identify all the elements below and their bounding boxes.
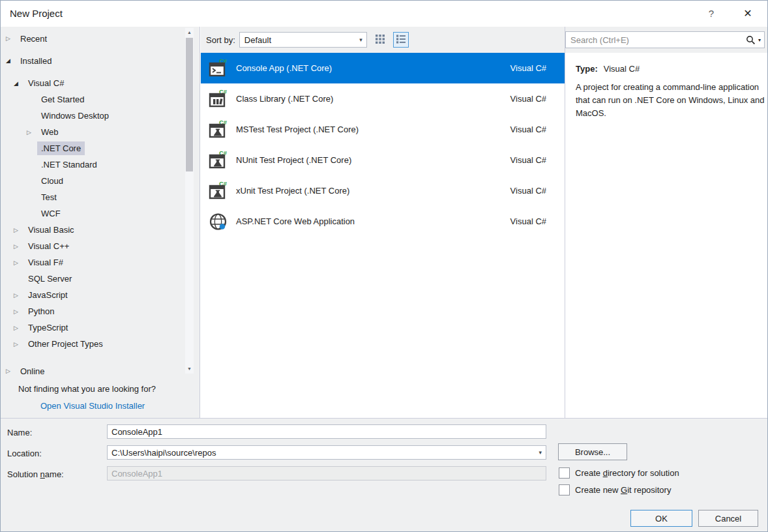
category-sidebar: ▷Recent◢Installed◢Visual C#Get StartedWi… (1, 27, 200, 418)
scrollbar-thumb[interactable] (186, 38, 193, 171)
template-class-library-net-core[interactable]: C#Class Library (.NET Core)Visual C# (201, 83, 565, 114)
tree-item-label: .NET Core (37, 141, 85, 155)
tree-item-python[interactable]: ▷Python (1, 303, 184, 319)
scroll-up-icon[interactable]: ▲ (185, 28, 194, 37)
sort-by-label: Sort by: (206, 35, 235, 45)
template-name: MSTest Test Project (.NET Core) (236, 125, 510, 134)
tree-item-label: Visual Basic (24, 223, 78, 237)
tree-item-label: Visual C++ (24, 239, 73, 253)
tree-item-label: .NET Standard (37, 158, 101, 171)
tree-item-installed[interactable]: ◢Installed (1, 52, 184, 70)
template-console-app-net-core[interactable]: C#Console App (.NET Core)Visual C# (201, 53, 565, 83)
tree-item-recent[interactable]: ▷Recent (1, 29, 184, 48)
create-directory-checkbox-row[interactable]: Create directory for solution (559, 467, 679, 479)
template-mstest-test-project-net-core[interactable]: C#MSTest Test Project (.NET Core)Visual … (201, 114, 565, 145)
small-icons-view-icon (376, 35, 385, 46)
sidebar-hint-text: Not finding what you are looking for? (18, 383, 156, 396)
tree-item-visual-csharp[interactable]: ◢Visual C# (1, 75, 184, 91)
template-name: NUnit Test Project (.NET Core) (236, 155, 510, 165)
tree-item-windows-desktop[interactable]: Windows Desktop (1, 108, 184, 124)
tree-item-net-core[interactable]: .NET Core (1, 140, 184, 156)
label-text: irectory for solution (608, 468, 679, 478)
tree-expand-icon[interactable]: ▷ (14, 259, 24, 266)
tree-collapse-icon[interactable]: ◢ (14, 80, 24, 87)
tree-expand-icon[interactable]: ▷ (6, 35, 16, 42)
scroll-down-icon[interactable]: ▼ (185, 364, 194, 374)
web-application-icon (207, 211, 229, 233)
search-options-chevron-icon[interactable]: ▾ (757, 37, 764, 43)
cancel-button[interactable]: Cancel (698, 510, 758, 527)
tree-expand-icon[interactable]: ▷ (14, 292, 24, 299)
solution-name-input (107, 466, 546, 480)
tree-expand-icon[interactable]: ▷ (14, 341, 24, 347)
tree-item-cloud[interactable]: Cloud (1, 173, 184, 189)
tree-item-typescript[interactable]: ▷TypeScript (1, 319, 184, 336)
tree-item-online[interactable]: ▷Online (1, 362, 184, 380)
name-label: Name: (7, 427, 32, 439)
template-list: C#Console App (.NET Core)Visual C#C#Clas… (201, 53, 565, 237)
template-name: Class Library (.NET Core) (236, 94, 510, 104)
small-icons-view-button[interactable] (372, 32, 388, 48)
type-value: Visual C# (604, 64, 640, 74)
create-git-repo-checkbox[interactable] (559, 484, 570, 495)
tree-expand-icon[interactable]: ▷ (27, 129, 37, 136)
tree-item-label: Web (37, 125, 63, 139)
tree-item-visual-fsharp[interactable]: ▷Visual F# (1, 254, 184, 271)
tree-item-visual-cplusplus[interactable]: ▷Visual C++ (1, 238, 184, 254)
tree-expand-icon[interactable]: ▷ (14, 243, 24, 250)
label-text: G (621, 485, 627, 495)
search-box: ▾ (565, 31, 765, 48)
template-description: A project for creating a command-line ap… (576, 81, 766, 120)
type-label: Type: (576, 64, 598, 74)
location-chevron-icon[interactable]: ▾ (539, 445, 542, 460)
close-button[interactable]: ✕ (737, 1, 758, 27)
tree-item-net-standard[interactable]: .NET Standard (1, 156, 184, 173)
list-view-button[interactable] (393, 32, 409, 48)
tree-expand-icon[interactable]: ▷ (14, 308, 24, 315)
tree-collapse-icon[interactable]: ◢ (6, 57, 16, 64)
help-button[interactable]: ? (702, 1, 720, 27)
footer-panel: Name: Location: ▾ Browse... Solution nam… (1, 418, 768, 532)
tree-expand-icon[interactable]: ▷ (14, 325, 24, 331)
tree-item-label: Visual F# (24, 256, 67, 269)
template-name: Console App (.NET Core) (236, 63, 510, 73)
tree-item-web[interactable]: ▷Web (1, 124, 184, 140)
create-git-repo-checkbox-row[interactable]: Create new Git repository (559, 484, 671, 495)
template-asp-net-core-web-application[interactable]: ASP.NET Core Web ApplicationVisual C# (201, 206, 565, 237)
sort-by-dropdown[interactable]: Default ▾ (239, 32, 367, 48)
label-text: ame: (45, 469, 64, 479)
tree-expand-icon[interactable]: ▷ (14, 227, 24, 233)
location-input[interactable] (107, 445, 546, 460)
template-nunit-test-project-net-core[interactable]: C#NUnit Test Project (.NET Core)Visual C… (201, 145, 565, 175)
tree-item-visual-basic[interactable]: ▷Visual Basic (1, 222, 184, 238)
template-info: Type:Visual C# A project for creating a … (565, 53, 768, 120)
open-vs-installer-link[interactable]: Open Visual Studio Installer (40, 400, 145, 413)
tree-expand-icon[interactable]: ▷ (6, 368, 16, 374)
label-text: Create (575, 468, 603, 478)
tree-item-wcf[interactable]: WCF (1, 205, 184, 222)
sort-toolbar: Sort by: Default ▾ (201, 27, 565, 53)
tree-item-label: JavaScript (24, 288, 72, 302)
template-xunit-test-project-net-core[interactable]: C#xUnit Test Project (.NET Core)Visual C… (201, 175, 565, 206)
tree-item-test[interactable]: Test (1, 189, 184, 205)
template-language: Visual C# (510, 63, 546, 73)
template-language: Visual C# (510, 186, 546, 196)
browse-button[interactable]: Browse... (558, 443, 627, 460)
location-label: Location: (7, 448, 42, 460)
template-language: Visual C# (510, 155, 546, 165)
search-input[interactable] (566, 32, 745, 48)
tree-item-label: Recent (16, 32, 51, 46)
create-directory-checkbox[interactable] (559, 467, 570, 479)
sidebar-scrollbar[interactable]: ▲ ▼ (185, 28, 194, 374)
tree-item-javascript[interactable]: ▷JavaScript (1, 287, 184, 303)
tree-item-get-started[interactable]: Get Started (1, 91, 184, 108)
search-icon[interactable] (745, 35, 757, 45)
new-project-dialog: New Project ? ✕ ▷Recent◢Installed◢Visual… (0, 0, 768, 532)
project-name-input[interactable] (107, 424, 546, 439)
tree-item-other-project-types[interactable]: ▷Other Project Types (1, 336, 184, 352)
ok-button[interactable]: OK (630, 510, 692, 527)
template-name: xUnit Test Project (.NET Core) (236, 186, 510, 196)
tree-item-label: Cloud (37, 174, 67, 188)
tree-item-label: SQL Server (24, 272, 76, 286)
tree-item-sql-server[interactable]: SQL Server (1, 271, 184, 287)
